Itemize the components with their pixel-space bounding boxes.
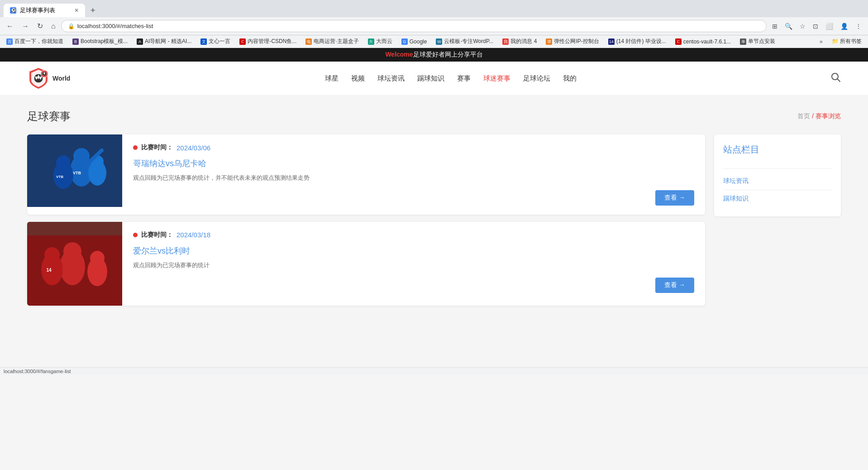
bookmark-favicon: 我 xyxy=(502,38,509,45)
bookmark-favicon: 电 xyxy=(305,38,312,45)
main-layout: VTB VTB 比赛时间： 2024/03/06 xyxy=(27,134,841,306)
match-photo-1: VTB VTB xyxy=(27,134,122,207)
match-list: VTB VTB 比赛时间： 2024/03/06 xyxy=(27,134,705,306)
match-time-2: 比赛时间： 2024/03/18 xyxy=(133,231,694,239)
bookmark-button[interactable]: ☆ xyxy=(797,21,808,32)
match-footer-1: 查看 → xyxy=(133,190,694,206)
bookmark-item[interactable]: 单 单节点安装 xyxy=(737,37,778,46)
match-image-2: 14 xyxy=(27,222,122,306)
match-photo-2: 14 xyxy=(27,222,122,306)
sidebar-link-news[interactable]: 球坛资讯 xyxy=(723,173,832,190)
bookmarks-more-button[interactable]: » xyxy=(817,38,825,46)
logo[interactable]: World xyxy=(27,67,70,90)
svg-point-11 xyxy=(73,148,90,164)
active-tab[interactable]: ⚽ 足球赛事列表 ✕ xyxy=(4,4,85,17)
time-dot xyxy=(133,145,138,150)
sidebar-link-knowledge[interactable]: 踢球知识 xyxy=(723,190,832,207)
welcome-prefix: Welcome xyxy=(385,51,413,58)
sidebar-card: 站点栏目 球坛资讯 踢球知识 xyxy=(714,134,841,216)
bookmark-item[interactable]: 百 百度一下，你就知道 xyxy=(4,37,66,46)
breadcrumb-home[interactable]: 首页 xyxy=(797,112,810,120)
bookmark-item[interactable]: 大 大而云 xyxy=(365,37,395,46)
breadcrumb-current: 赛事浏览 xyxy=(816,112,841,120)
bookmark-item[interactable]: A AI导航网 - 精选AI... xyxy=(134,37,194,46)
nav-item-knowledge[interactable]: 踢球知识 xyxy=(417,74,444,83)
zoom-button[interactable]: 🔍 xyxy=(782,21,795,32)
sidebar: 站点栏目 球坛资讯 踢球知识 xyxy=(714,134,841,306)
nav-item-balls[interactable]: 球星 xyxy=(325,74,339,83)
status-bar: localhost:3000/#/fansgame-list xyxy=(0,367,868,375)
nav-item-news[interactable]: 球坛资讯 xyxy=(377,74,405,83)
welcome-text: 足球爱好者网上分享平台 xyxy=(413,51,483,58)
page-header: 足球赛事 首页 / 赛事浏览 xyxy=(27,109,841,124)
bookmark-item[interactable]: C centos-vault-7.6.1... xyxy=(672,38,734,46)
menu-button[interactable]: ⋮ xyxy=(853,21,864,32)
website: Welcome足球爱好者网上分享平台 World 球星 xyxy=(0,48,868,367)
bookmark-item[interactable]: B Bootstrap模板_模... xyxy=(70,37,130,46)
bookmark-item[interactable]: W 云模板-专注WordP... xyxy=(433,37,496,46)
bookmark-item[interactable]: 我 我的消息 4 xyxy=(500,37,539,46)
svg-line-8 xyxy=(837,79,840,82)
profile-button[interactable]: 👤 xyxy=(838,21,851,32)
bookmark-favicon: G xyxy=(401,38,408,45)
bookmark-item[interactable]: 电 电商运营·主题盒子 xyxy=(303,37,361,46)
page-content: 足球赛事 首页 / 赛事浏览 xyxy=(0,96,868,367)
all-bookmarks-button[interactable]: 📁 所有书签 xyxy=(829,37,864,46)
tab-close-button[interactable]: ✕ xyxy=(74,7,79,14)
match-footer-2: 查看 → xyxy=(133,278,694,293)
back-button[interactable]: ← xyxy=(4,20,16,32)
forward-button[interactable]: → xyxy=(19,20,32,32)
match-title-1[interactable]: 哥瑞纳达vs乌尼卡哈 xyxy=(133,158,694,169)
match-image-1: VTB VTB xyxy=(27,134,122,215)
home-button[interactable]: ⌂ xyxy=(48,20,58,32)
bookmark-item[interactable]: 弹 弹性公网IP-控制台 xyxy=(543,37,601,46)
page-title: 足球赛事 xyxy=(27,109,71,124)
bookmark-favicon: 大 xyxy=(368,38,374,45)
view-button-1[interactable]: 查看 → xyxy=(655,190,694,206)
nav-item-matches[interactable]: 赛事 xyxy=(457,74,471,83)
browser-toolbar: ← → ↻ ⌂ 🔒 localhost:3000/#/matches-list … xyxy=(0,17,868,35)
time-label-2: 比赛时间： xyxy=(141,231,173,239)
new-tab-button[interactable]: + xyxy=(87,4,99,17)
svg-point-26 xyxy=(90,251,105,265)
refresh-button[interactable]: ↻ xyxy=(34,20,46,32)
nav-item-video[interactable]: 视频 xyxy=(351,74,365,83)
nav-item-forum[interactable]: 足球论坛 xyxy=(523,74,550,83)
extensions-button[interactable]: ⊞ xyxy=(769,21,780,32)
svg-point-13 xyxy=(56,155,71,170)
logo-text: World xyxy=(52,75,70,82)
bookmark-favicon: 百 xyxy=(6,38,13,45)
logo-icon xyxy=(27,67,50,90)
toolbar-actions: ⊞ 🔍 ☆ ⊡ ⬜ 👤 ⋮ xyxy=(769,21,864,32)
tab-groups-button[interactable]: ⬜ xyxy=(823,21,836,32)
bookmark-favicon: W xyxy=(436,38,442,45)
address-bar[interactable]: 🔒 localhost:3000/#/matches-list xyxy=(61,20,767,32)
match-content-2: 比赛时间： 2024/03/18 爱尔兰vs比利时 观点回顾为已完场赛事的统计 … xyxy=(122,222,705,306)
status-url: localhost:3000/#/fansgame-list xyxy=(4,369,71,374)
svg-text:VTB: VTB xyxy=(56,175,63,179)
url-text: localhost:3000/#/matches-list xyxy=(77,23,153,29)
bookmark-item[interactable]: G Google xyxy=(399,38,430,46)
search-icon[interactable] xyxy=(831,72,841,85)
bookmark-favicon: 弹 xyxy=(546,38,552,45)
bookmark-item[interactable]: 14 (14 封信件) 毕业设... xyxy=(606,37,669,46)
svg-rect-28 xyxy=(27,222,122,235)
download-button[interactable]: ⊡ xyxy=(810,21,821,32)
view-button-2[interactable]: 查看 → xyxy=(655,278,694,293)
time-dot-2 xyxy=(133,233,138,237)
sidebar-title: 站点栏目 xyxy=(723,144,832,161)
match-desc-1: 观点回顾为已完场赛事的统计，并不能代表未来的观点预测结果走势 xyxy=(133,173,694,183)
tab-favicon: ⚽ xyxy=(10,7,16,14)
bookmark-item[interactable]: 文 文心一言 xyxy=(198,37,233,46)
match-title-2[interactable]: 爱尔兰vs比利时 xyxy=(133,245,694,256)
breadcrumb: 首页 / 赛事浏览 xyxy=(797,112,841,120)
bookmark-item[interactable]: C 内容管理-CSDN鱼... xyxy=(237,37,299,46)
tab-bar: ⚽ 足球赛事列表 ✕ + xyxy=(0,0,868,17)
nav-item-fansmatch[interactable]: 球迷赛事 xyxy=(483,74,510,83)
svg-point-22 xyxy=(63,242,81,260)
browser-chrome: ⚽ 足球赛事列表 ✕ + ← → ↻ ⌂ 🔒 localhost:3000/#/… xyxy=(0,0,868,48)
nav-item-mine[interactable]: 我的 xyxy=(563,74,577,83)
bookmark-favicon: C xyxy=(675,38,682,45)
time-value: 2024/03/06 xyxy=(176,144,210,152)
bookmark-favicon: 单 xyxy=(740,38,746,45)
